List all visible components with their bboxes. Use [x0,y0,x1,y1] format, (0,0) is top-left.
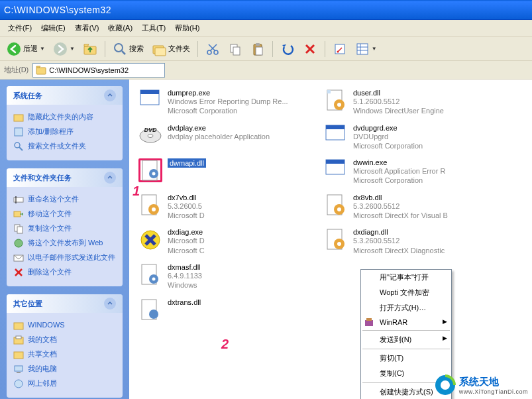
chevron-down-icon: ▼ [372,46,377,52]
svg-rect-54 [326,125,345,129]
sidebar-link-shared[interactable]: 共享文档 [13,347,116,362]
ctx-send-to[interactable]: 发送到(N)▶ [361,332,451,347]
ctx-open-with[interactable]: 打开方式(H)… [361,300,451,315]
search-icon [113,42,127,56]
svg-rect-38 [14,323,23,329]
sidebar-link-email[interactable]: 以电子邮件形式发送此文件 [13,251,116,265]
sidebar-link-mydocs[interactable]: 我的文档 [13,333,116,347]
svg-point-27 [15,142,20,148]
ctx-open-with-notepad[interactable]: 用"记事本"打开 [361,270,451,285]
collapse-icon[interactable] [104,298,116,310]
menu-file[interactable]: 文件(F) [4,22,36,34]
file-meta: 5.3.2600.5512 [353,236,445,245]
search-button[interactable]: 搜索 [110,40,146,58]
dxdiag-icon [138,228,162,252]
file-item-selected[interactable]: dwmapi.dll [132,154,317,190]
file-item[interactable]: dxdiag.exeMicrosoft DMicrosoft C [132,224,317,259]
sidebar-link-hide-contents[interactable]: 隐藏此文件夹的内容 [13,110,116,125]
sidebar-link-network[interactable]: 网上邻居 [13,376,116,391]
dll-gear-icon [324,194,348,217]
file-item[interactable]: dumprep.exeWindows Error Reporting Dump … [132,85,317,120]
svg-point-69 [337,242,341,246]
cut-button[interactable] [203,40,223,58]
file-item[interactable]: dxtrans.dll [132,294,317,326]
svg-point-44 [15,380,23,388]
collapse-icon[interactable] [104,89,116,101]
copy-button[interactable] [225,40,245,58]
file-pane[interactable]: dumprep.exeWindows Error Reporting Dump … [129,80,532,399]
folders-icon [152,42,166,56]
ctx-wopti-encrypt[interactable]: Wopti 文件加密 [361,285,451,300]
panel-header[interactable]: 系统任务 [7,86,123,105]
svg-rect-29 [14,198,23,202]
file-item[interactable]: dxmasf.dll6.4.9.1133Windows [132,259,317,294]
panel-body: 重命名这个文件 移动这个文件 复制这个文件 将这个文件发布到 Web 以电子邮件… [7,187,123,286]
address-field[interactable]: C:\WINDOWS\system32 [32,63,165,78]
file-item[interactable]: dx7vb.dll5.3.2600.5Microsoft D [132,190,317,225]
undo-button[interactable] [278,40,297,58]
search-label: 搜索 [129,44,144,54]
titlebar: C:\WINDOWS\system32 [0,0,532,20]
svg-point-74 [149,310,158,319]
folder-up-icon [83,42,97,56]
sidebar-link-rename[interactable]: 重命名这个文件 [13,192,116,207]
toolbar-separator [105,41,105,57]
sidebar-link-move[interactable]: 移动这个文件 [13,207,116,221]
menu-favorites[interactable]: 收藏(A) [104,22,136,34]
window-title: C:\WINDOWS\system32 [4,5,111,15]
sidebar-link-copy[interactable]: 复制这个文件 [13,221,116,236]
svg-rect-12 [233,47,240,55]
ctx-winrar[interactable]: WinRAR▶ [361,315,451,329]
file-item[interactable]: dwwin.exeMicrosoft Application Error RMi… [317,154,503,190]
watermark-icon [434,374,456,396]
folder-icon [13,320,24,331]
sidebar-link-publish[interactable]: 将这个文件发布到 Web [13,236,116,251]
file-item[interactable]: DVD dvdplay.exedvdplay placeholder Appli… [132,120,317,155]
file-name: dwwin.exe [353,158,445,166]
ctx-cut[interactable]: 剪切(T) [361,351,451,366]
paste-button[interactable] [248,40,268,58]
back-button[interactable]: 后退 ▼ [4,40,48,58]
email-icon [13,253,24,263]
exe-icon [324,124,348,148]
svg-rect-33 [17,227,23,233]
file-item[interactable]: duser.dll5.1.2600.5512Windows DirectUser… [317,85,503,120]
file-name: dwmapi.dll [168,158,206,168]
forward-button[interactable]: ▼ [50,40,78,58]
file-name: duser.dll [353,89,444,97]
dll-gear-icon [324,89,348,113]
sidebar-link-delete[interactable]: 删除这个文件 [13,265,116,280]
up-button[interactable] [80,40,100,58]
sidebar: 系统任务 隐藏此文件夹的内容 添加/删除程序 搜索文件或文件夹 文件和文件夹任务… [0,80,129,399]
folder-icon [36,65,46,76]
sidebar-link-add-remove[interactable]: 添加/删除程序 [13,125,116,139]
sidebar-link-search[interactable]: 搜索文件或文件夹 [13,139,116,154]
hide-icon [13,112,24,123]
svg-point-51 [148,134,153,137]
watermark: 系统天地 www.XiTongTianDi.com [434,374,528,396]
menubar: 文件(F) 编辑(E) 查看(V) 收藏(A) 工具(T) 帮助(H) [0,20,532,37]
menu-tools[interactable]: 工具(T) [138,22,170,34]
file-item[interactable]: dxdiagn.dll5.3.2600.5512Microsoft Direct… [317,224,503,259]
panel-header[interactable]: 其它位置 [7,294,123,313]
menu-help[interactable]: 帮助(H) [171,22,203,34]
sidebar-link-windows[interactable]: WINDOWS [13,318,116,333]
views-button[interactable]: ▼ [352,40,380,58]
properties-button[interactable] [330,40,350,58]
file-meta: Microsoft Corporation [353,176,445,185]
menu-edit[interactable]: 编辑(E) [37,22,70,34]
sidebar-link-computer[interactable]: 我的电脑 [13,362,116,376]
file-item[interactable]: dx8vb.dll5.3.2600.5512Microsoft DirectX … [317,190,503,225]
folders-button[interactable]: 文件夹 [149,40,193,58]
panel-title: 系统任务 [13,91,42,101]
file-meta: Windows DirectUser Engine [353,106,444,115]
menu-view[interactable]: 查看(V) [71,22,103,34]
file-item[interactable]: dvdupgrd.exeDVDUpgrdMicrosoft Corporatio… [317,120,503,155]
svg-rect-40 [16,336,21,339]
dll-gear-icon [324,228,348,252]
file-meta: Windows [168,280,202,290]
collapse-icon[interactable] [104,172,116,184]
delete-button[interactable] [300,40,320,58]
panel-system-tasks: 系统任务 隐藏此文件夹的内容 添加/删除程序 搜索文件或文件夹 [7,86,123,160]
panel-header[interactable]: 文件和文件夹任务 [7,168,123,187]
